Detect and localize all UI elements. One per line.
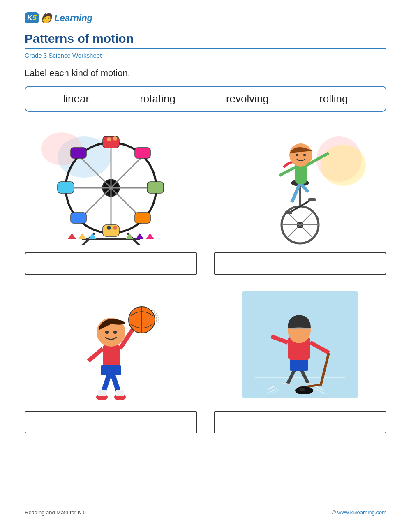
svg-marker-26 [146,233,154,239]
ferris-wheel-answer-box[interactable] [25,252,197,275]
basketball-cell [25,283,197,433]
word-bank-item-rolling: rolling [319,93,348,105]
svg-line-6 [79,156,111,188]
ferris-wheel-image-container [25,124,197,247]
svg-line-38 [300,225,313,238]
hockey-answer-box[interactable] [214,411,386,433]
footer: Reading and Math for K-5 © www.k5learnin… [25,505,386,516]
svg-rect-60 [116,390,124,396]
svg-point-64 [105,331,109,334]
svg-line-83 [271,336,288,342]
svg-line-74 [306,384,316,384]
svg-rect-45 [285,211,292,214]
basketball-answer-box[interactable] [25,411,197,433]
svg-marker-25 [136,233,144,239]
basketball-svg [58,283,164,406]
svg-line-8 [111,156,143,188]
svg-point-28 [113,136,117,141]
svg-point-52 [303,154,306,156]
svg-point-88 [299,388,305,391]
hockey-image-box [242,291,358,398]
hockey-cell [214,283,386,433]
svg-line-75 [267,386,275,390]
svg-marker-24 [125,233,134,239]
unicycle-svg [251,126,349,245]
svg-line-67 [88,349,103,361]
svg-point-51 [296,154,298,156]
logo-box: K5 [25,12,39,23]
page-title: Patterns of motion [25,32,386,46]
footer-left: Reading and Math for K-5 [25,509,86,516]
page: K5 🧑 Learning Patterns of motion Grade 3… [0,0,411,532]
svg-rect-20 [135,213,150,223]
svg-rect-80 [290,359,308,371]
subtitle: Grade 3 Science Worksheet [25,52,386,59]
unicycle-cell [214,124,386,275]
svg-rect-19 [71,213,86,223]
hockey-svg [247,295,353,394]
svg-line-84 [321,353,329,386]
svg-point-29 [107,226,111,230]
svg-line-79 [314,388,325,394]
svg-line-73 [282,384,292,384]
title-divider [25,48,386,49]
svg-line-54 [279,167,295,176]
instruction: Label each kind of motion. [25,68,386,79]
svg-line-40 [287,225,300,238]
svg-line-44 [300,200,310,206]
svg-rect-62 [101,365,121,375]
unicycle-image-container [214,124,386,247]
ferris-wheel-cell [25,124,197,275]
svg-line-39 [300,212,313,225]
svg-point-65 [113,331,117,334]
footer-link[interactable]: www.k5learning.com [337,509,386,516]
svg-rect-15 [58,182,74,193]
svg-rect-16 [147,182,164,193]
word-bank-item-linear: linear [63,93,90,105]
image-grid [25,124,386,433]
svg-line-82 [310,342,329,353]
word-bank-item-rotating: rotating [140,93,175,105]
svg-rect-18 [135,148,150,158]
basketball-image-container [25,283,197,406]
hockey-image-container [214,283,386,406]
word-bank: linear rotating revolving rolling [25,86,386,112]
svg-marker-21 [68,233,76,239]
word-bank-item-revolving: revolving [226,93,269,105]
logo-k5: K5 [27,14,37,22]
unicycle-answer-box[interactable] [214,252,386,275]
logo-learning: 🧑 Learning [41,13,92,23]
svg-point-27 [107,137,111,141]
footer-right: © www.k5learning.com [332,509,386,516]
svg-rect-59 [98,390,106,396]
svg-marker-23 [88,233,97,239]
svg-rect-17 [71,148,86,158]
svg-marker-22 [78,233,86,239]
svg-point-30 [113,226,117,230]
svg-rect-46 [308,198,316,201]
logo-area: K5 🧑 Learning [25,12,386,23]
ferris-wheel-svg [45,126,177,245]
